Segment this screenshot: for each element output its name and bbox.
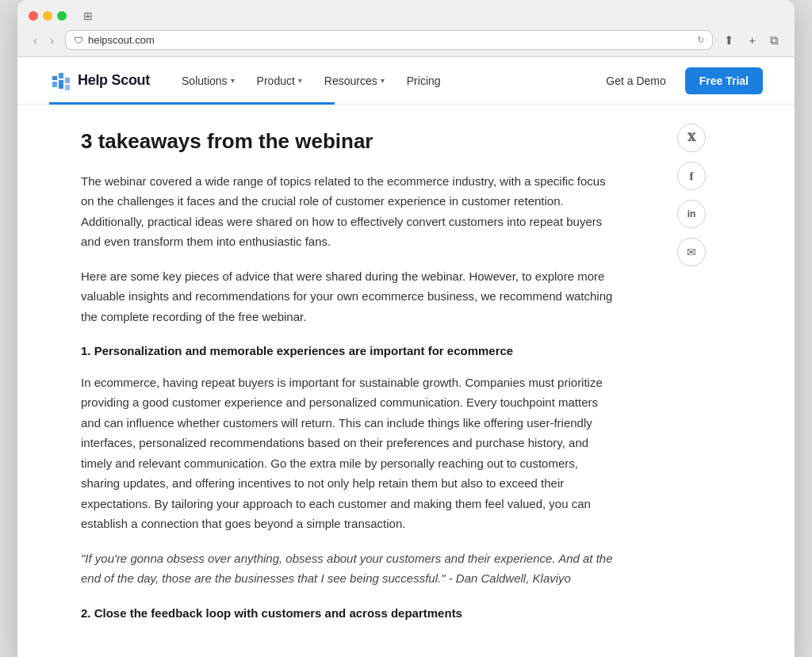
article-title: 3 takeaways from the webinar — [81, 128, 620, 155]
nav-resources[interactable]: Resources ▾ — [315, 68, 394, 94]
article-content: 3 takeaways from the webinar The webinar… — [17, 105, 668, 657]
browser-titlebar: ⊞ — [29, 8, 783, 24]
site-nav: Help Scout Solutions ▾ Product ▾ Resourc… — [17, 57, 795, 105]
maximize-button[interactable] — [57, 11, 67, 21]
nav-cta: Get a Demo Free Trial — [596, 67, 763, 94]
tab-manager-button[interactable]: ⊞ — [79, 8, 97, 24]
nav-buttons: ‹ › — [29, 31, 59, 49]
address-bar-row: ‹ › 🛡 helpscout.com ↻ ⬆ + ⧉ — [29, 30, 783, 56]
solutions-chevron-icon: ▾ — [231, 76, 235, 85]
nav-links: Solutions ▾ Product ▾ Resources ▾ Pricin… — [172, 68, 596, 94]
free-trial-button[interactable]: Free Trial — [685, 67, 763, 94]
back-button[interactable]: ‹ — [29, 31, 42, 49]
product-chevron-icon: ▾ — [298, 76, 302, 85]
security-icon: 🛡 — [74, 35, 83, 46]
intro-paragraph-2: Here are some key pieces of advice that … — [81, 266, 620, 327]
linkedin-share-button[interactable]: in — [677, 200, 706, 228]
facebook-share-button[interactable]: f — [677, 162, 706, 190]
resources-chevron-icon: ▾ — [381, 76, 385, 85]
url-display: helpscout.com — [88, 34, 155, 46]
nav-pricing[interactable]: Pricing — [397, 68, 450, 94]
email-icon: ✉ — [687, 246, 696, 258]
section-1-heading: 1. Personalization and memorable experie… — [81, 341, 620, 361]
intro-paragraph-1: The webinar covered a wide range of topi… — [81, 171, 620, 252]
article-body: The webinar covered a wide range of topi… — [81, 171, 620, 624]
logo-text: Help Scout — [78, 72, 150, 89]
browser-actions: ⬆ + ⧉ — [719, 31, 783, 50]
linkedin-icon: in — [688, 208, 696, 220]
twitter-icon: 𝕏 — [688, 132, 695, 144]
minimize-button[interactable] — [43, 11, 52, 21]
quote-block: "If you're gonna obsess over anything, o… — [81, 548, 620, 589]
nav-solutions[interactable]: Solutions ▾ — [172, 68, 244, 94]
browser-chrome: ⊞ ‹ › 🛡 helpscout.com ↻ ⬆ + ⧉ — [17, 0, 795, 57]
email-share-button[interactable]: ✉ — [677, 238, 706, 266]
logo-link[interactable]: Help Scout — [49, 70, 150, 92]
reload-icon: ↻ — [697, 35, 704, 45]
logo-icon — [49, 70, 71, 92]
new-tab-button[interactable]: + — [744, 31, 760, 49]
close-button[interactable] — [29, 11, 38, 21]
nav-product[interactable]: Product ▾ — [247, 68, 312, 94]
tab-grid-button[interactable]: ⧉ — [765, 31, 783, 50]
browser-window: ⊞ ‹ › 🛡 helpscout.com ↻ ⬆ + ⧉ — [17, 0, 795, 657]
section-2-heading: 2. Close the feedback loop with customer… — [81, 603, 620, 624]
traffic-lights — [29, 11, 67, 21]
content-area: 3 takeaways from the webinar The webinar… — [17, 105, 795, 657]
twitter-share-button[interactable]: 𝕏 — [677, 124, 706, 152]
facebook-icon: f — [690, 170, 694, 183]
social-sidebar: 𝕏 f in ✉ — [668, 105, 715, 657]
forward-button[interactable]: › — [45, 31, 59, 49]
section-1-body: In ecommerce, having repeat buyers is im… — [81, 372, 620, 534]
share-button[interactable]: ⬆ — [719, 31, 739, 50]
address-bar[interactable]: 🛡 helpscout.com ↻ — [65, 30, 713, 50]
get-demo-button[interactable]: Get a Demo — [596, 68, 675, 94]
